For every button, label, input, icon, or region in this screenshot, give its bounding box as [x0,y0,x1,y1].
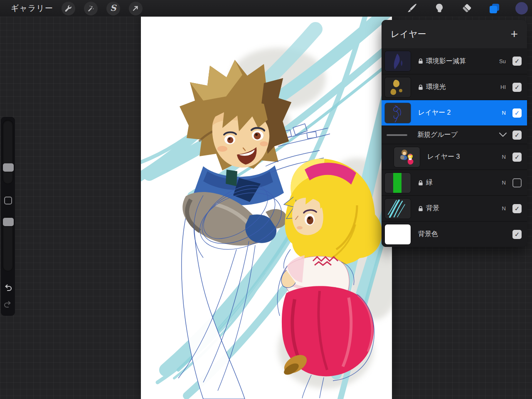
transform-button[interactable] [129,2,143,15]
add-layer-button[interactable]: + [510,29,519,39]
layer-row[interactable]: 環境影ー減算Su✓ [382,48,527,74]
layers-panel-button[interactable] [488,2,500,15]
layer-label: 新規グループ [417,131,499,139]
lock-icon [418,84,423,90]
blend-mode-badge[interactable]: HI [500,84,506,90]
layers-icon [488,2,500,15]
layer-name: 新規グループ [417,131,458,139]
undo-arrow-icon [3,283,13,293]
canvas-artwork [141,17,392,399]
layer-label: レイヤー 3 [427,153,502,161]
redo-button[interactable] [3,300,13,310]
canvas[interactable] [141,17,392,399]
brush-icon [406,2,418,14]
active-color-swatch[interactable] [515,2,528,15]
lock-icon [418,58,423,64]
layers-panel: レイヤー + 環境影ー減算Su✓ 環境光HI✓ レイヤー 2N✓新規グループ ✓… [382,20,527,247]
layer-name: 環境影ー減算 [426,57,466,66]
smudge-tool-button[interactable] [433,2,446,15]
layer-row[interactable]: 緑N [382,170,527,195]
procreate-app: ギャラリー S [0,0,532,399]
transform-arrow-icon [132,5,139,12]
layer-label: 環境影ー減算 [418,57,499,66]
adjustments-button[interactable] [84,2,98,15]
modify-button[interactable] [4,197,12,204]
visibility-checkbox[interactable]: ✓ [512,108,522,118]
brush-tool-button[interactable] [406,2,418,15]
layer-thumbnail[interactable] [394,147,420,167]
visibility-checkbox[interactable]: ✓ [512,153,522,162]
layer-label: 背景色 [418,230,512,239]
smudge-icon [433,2,445,14]
blend-mode-badge[interactable]: Su [499,58,506,64]
visibility-checkbox[interactable] [512,178,522,187]
layer-group-row[interactable]: 新規グループ ✓ [382,126,527,144]
redo-arrow-icon [3,300,13,310]
layer-name: 緑 [426,178,433,187]
layer-thumbnail[interactable] [385,173,411,193]
layer-thumbnail[interactable] [385,224,411,244]
group-thumbnail-line [387,134,407,136]
layer-name: 背景色 [418,230,438,239]
paint-tools-group [406,0,532,17]
eraser-tool-button[interactable] [461,2,473,15]
layer-label: レイヤー 2 [418,108,502,117]
blend-mode-badge[interactable]: N [502,180,506,186]
gallery-button[interactable]: ギャラリー [11,3,53,14]
opacity-handle[interactable] [3,218,14,226]
layers-panel-title: レイヤー [391,28,510,40]
side-toolbar [1,117,15,316]
actions-button[interactable] [62,2,75,15]
magic-wand-icon [87,5,94,12]
visibility-checkbox[interactable]: ✓ [512,131,522,140]
top-toolbar: ギャラリー S [0,0,532,17]
lock-icon [418,180,423,186]
layers-panel-header: レイヤー + [382,20,527,48]
eraser-icon [461,2,473,14]
layer-thumbnail[interactable] [385,77,411,97]
blend-mode-badge[interactable]: N [502,205,506,212]
layer-row[interactable]: 背景色✓ [382,221,527,247]
selection-s-icon: S [110,4,116,12]
layer-label: 環境光 [418,83,500,91]
layers-list: 環境影ー減算Su✓ 環境光HI✓ レイヤー 2N✓新規グループ ✓ レイヤー 3… [382,48,527,247]
layer-row[interactable]: レイヤー 2N✓ [382,100,527,126]
layer-name: 背景 [426,204,439,213]
layer-name: レイヤー 3 [427,153,460,161]
opacity-slider[interactable] [2,217,13,271]
layer-thumbnail[interactable] [385,103,411,123]
visibility-checkbox[interactable]: ✓ [512,204,522,213]
visibility-checkbox[interactable]: ✓ [512,230,522,239]
layer-row[interactable]: レイヤー 3N✓ [382,144,527,170]
visibility-checkbox[interactable]: ✓ [512,57,522,66]
layer-thumbnail[interactable] [385,199,411,219]
layer-row[interactable]: 背景N✓ [382,195,527,221]
lock-icon [418,206,423,212]
wrench-icon [64,5,72,12]
brush-size-handle[interactable] [3,163,14,172]
layer-thumbnail[interactable] [385,51,411,71]
visibility-checkbox[interactable]: ✓ [512,83,522,92]
layer-name: 環境光 [426,83,446,91]
blend-mode-badge[interactable]: N [502,154,506,160]
layer-name: レイヤー 2 [418,108,451,117]
group-chevron-icon[interactable] [499,133,507,137]
selection-button[interactable]: S [106,2,120,15]
layer-row[interactable]: 環境光HI✓ [382,74,527,100]
undo-button[interactable] [3,283,13,293]
blend-mode-badge[interactable]: N [502,110,506,116]
layer-label: 背景 [418,204,502,213]
brush-size-slider[interactable] [2,120,13,184]
layer-label: 緑 [418,178,502,187]
